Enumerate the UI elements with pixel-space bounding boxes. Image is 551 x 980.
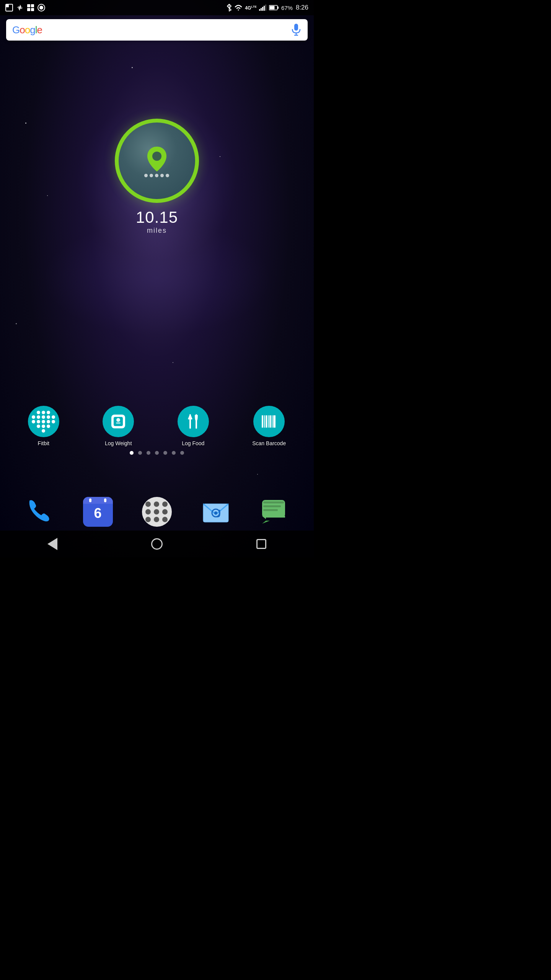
fitbit-app-label: Fitbit (38, 440, 49, 446)
svg-rect-15 (277, 7, 279, 9)
svg-rect-43 (263, 505, 281, 507)
log-weight-label: Log Weight (105, 440, 132, 446)
calendar-top-bar (83, 497, 113, 504)
page-dot-6[interactable] (172, 451, 176, 455)
page-dot-5[interactable] (163, 451, 167, 455)
recents-button[interactable] (252, 534, 271, 554)
svg-point-23 (116, 418, 120, 422)
svg-rect-36 (273, 415, 276, 428)
apps-icon[interactable] (142, 497, 172, 527)
calendar-ring-left (89, 498, 91, 502)
google-e: e (37, 24, 42, 36)
log-food-label: Log Food (182, 440, 204, 446)
battery-icon (269, 5, 279, 10)
fitbit-widget[interactable]: 10.15 miles (115, 119, 199, 235)
fitbit-circle[interactable] (115, 119, 199, 203)
grid-dot (154, 509, 159, 514)
svg-point-40 (214, 511, 217, 514)
dock-apps[interactable] (142, 497, 172, 527)
navigation-bar (0, 531, 314, 557)
battery-percentage: 67% (281, 5, 293, 11)
status-bar: 4GLTE 67% 8:26 (0, 0, 314, 15)
page-dot-7[interactable] (180, 451, 184, 455)
scan-barcode-icon[interactable] (253, 406, 285, 437)
svg-rect-1 (6, 5, 9, 7)
star (47, 195, 48, 196)
mic-button[interactable] (291, 24, 302, 35)
page-dot-2[interactable] (138, 451, 142, 455)
svg-rect-44 (263, 509, 278, 511)
home-icon (151, 538, 163, 550)
signal-icon (259, 5, 267, 11)
gallery-icon (5, 4, 13, 11)
email-icon[interactable] (201, 497, 231, 527)
mic-icon (291, 23, 302, 37)
status-left-icons (5, 4, 45, 11)
google-logo: Google (12, 24, 42, 36)
circle-icon (37, 4, 45, 11)
svg-rect-10 (261, 8, 262, 11)
app-fitbit[interactable]: Fitbit (28, 406, 59, 446)
google-g: G (12, 24, 20, 36)
barcode-icon (260, 412, 278, 431)
svg-point-20 (152, 152, 161, 161)
svg-rect-9 (259, 9, 260, 11)
fitbit-app-icon[interactable] (28, 406, 59, 437)
apps-grid (145, 501, 168, 522)
location-pin-icon (143, 145, 170, 175)
recents-icon (256, 539, 266, 549)
pinwheel-icon (16, 4, 24, 11)
grid-dot (145, 501, 151, 507)
dock-calendar[interactable]: 6 (83, 497, 113, 527)
dock: 6 (0, 497, 314, 527)
svg-rect-33 (268, 415, 269, 428)
svg-rect-12 (264, 6, 265, 11)
fitbit-dots-logo (144, 174, 170, 177)
page-dot-4[interactable] (155, 451, 159, 455)
miles-label: miles (147, 227, 167, 235)
svg-rect-30 (262, 415, 263, 428)
grid-dot (162, 517, 168, 522)
grid-dot (154, 501, 159, 507)
svg-rect-42 (263, 501, 284, 503)
svg-rect-24 (116, 422, 121, 424)
app-log-food[interactable]: Log Food (178, 406, 209, 446)
bluetooth-icon (227, 4, 232, 11)
page-dot-1[interactable] (130, 451, 134, 455)
status-right-icons: 4GLTE 67% 8:26 (227, 4, 308, 11)
google-search-bar[interactable]: Google (6, 19, 308, 41)
grid-dot (154, 517, 159, 522)
dock-messages[interactable] (260, 497, 290, 527)
grid-dot (162, 509, 168, 514)
network-type: 4GLTE (245, 5, 257, 11)
svg-rect-17 (294, 24, 298, 31)
wifi-icon (234, 4, 243, 11)
app-log-weight[interactable]: Log Weight (103, 406, 134, 446)
google-o1: o (20, 24, 24, 36)
app-shortcuts-row: Fitbit Log Weight Log Food (0, 406, 314, 446)
app-scan-barcode[interactable]: Scan Barcode (252, 406, 286, 446)
svg-rect-11 (262, 7, 263, 11)
google-g2: g (30, 24, 35, 36)
log-weight-icon[interactable] (103, 406, 134, 437)
page-indicator (0, 451, 314, 455)
svg-rect-16 (269, 6, 274, 10)
bg-glow2 (42, 221, 272, 336)
svg-rect-4 (31, 4, 34, 7)
dock-phone[interactable] (24, 497, 54, 527)
back-button[interactable] (43, 534, 62, 554)
grid-dot (145, 517, 151, 522)
svg-rect-3 (27, 4, 30, 7)
svg-rect-32 (266, 415, 267, 428)
home-button[interactable] (147, 534, 166, 554)
phone-icon[interactable] (24, 497, 54, 527)
page-dot-3[interactable] (147, 451, 150, 455)
svg-rect-31 (264, 415, 265, 428)
log-food-icon[interactable] (178, 406, 209, 437)
messages-icon[interactable] (260, 497, 290, 527)
miles-value: 10.15 (136, 208, 178, 227)
calendar-icon[interactable]: 6 (83, 497, 113, 527)
dock-email[interactable] (201, 497, 231, 527)
grid-dot (162, 501, 168, 507)
scan-barcode-label: Scan Barcode (252, 440, 286, 446)
